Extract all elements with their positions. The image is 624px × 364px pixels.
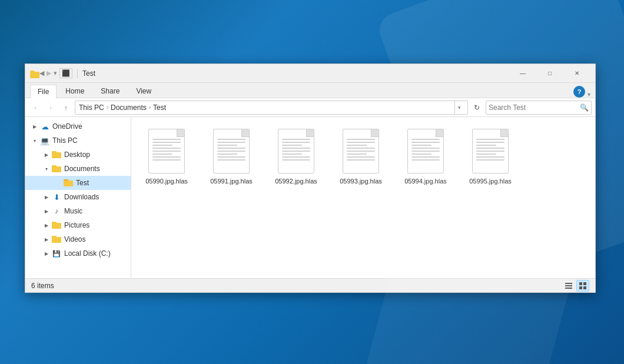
- sidebar-label-desktop: Desktop: [64, 151, 90, 159]
- doc-lines: [152, 139, 181, 161]
- tab-home[interactable]: Home: [58, 84, 92, 98]
- file-grid: 05990.jpg.hlas 05991.jpg.hlas 05992.jpg.…: [131, 117, 595, 278]
- doc-lines: [347, 139, 375, 161]
- file-icon-wrapper: [211, 128, 252, 175]
- tab-file[interactable]: File: [30, 85, 57, 98]
- expand-arrow-music: ▶: [42, 206, 51, 216]
- tab-share[interactable]: Share: [93, 84, 127, 98]
- doc-icon: [148, 129, 185, 173]
- doc-icon: [472, 129, 509, 173]
- ribbon-collapse-button[interactable]: ▾: [588, 91, 590, 98]
- main-area: ▶ ☁ OneDrive ▾ 💻 This PC ▶ Desktop: [25, 117, 595, 278]
- sidebar-label-onedrive: OneDrive: [52, 122, 82, 131]
- file-icon-wrapper: [146, 128, 187, 175]
- sidebar-item-downloads[interactable]: ▶ ⬇ Downloads: [25, 190, 131, 204]
- item-count: 6 items: [31, 282, 54, 290]
- sidebar-label-thispc: This PC: [52, 136, 78, 145]
- sidebar-item-documents[interactable]: ▾ Documents: [25, 162, 131, 176]
- onedrive-icon: ☁: [39, 121, 50, 132]
- qa-back-icon[interactable]: ◀: [39, 69, 44, 77]
- expand-arrow-pictures: ▶: [42, 221, 51, 230]
- addressbar: ‹ › ↑ This PC › Documents › Test ▾ ↻ 🔍: [25, 98, 595, 117]
- svg-rect-1: [565, 285, 572, 286]
- sidebar-item-test[interactable]: ▶ Test: [25, 176, 131, 190]
- file-item[interactable]: 05994.jpg.hlas: [396, 123, 455, 190]
- explorer-window: ◀ ▶ ▾ ⬛ Test — □ ✕ File Home Share View …: [25, 64, 596, 293]
- file-name: 05990.jpg.hlas: [145, 177, 188, 185]
- doc-icon: [407, 129, 444, 173]
- tab-view[interactable]: View: [128, 84, 159, 98]
- search-box[interactable]: 🔍: [486, 101, 592, 115]
- ribbon-tabs: File Home Share View ? ▾: [25, 83, 595, 98]
- view-details-button[interactable]: [562, 280, 575, 292]
- file-name: 05993.jpg.hlas: [340, 177, 382, 185]
- content-area: 05990.jpg.hlas 05991.jpg.hlas 05992.jpg.…: [131, 117, 595, 278]
- maximize-button[interactable]: □: [536, 64, 563, 83]
- qa-separator: [77, 69, 78, 78]
- videos-icon: [51, 234, 62, 245]
- sidebar-label-music: Music: [64, 207, 82, 215]
- doc-lines: [217, 139, 245, 161]
- qa-props-icon[interactable]: ⬛: [59, 68, 72, 78]
- path-documents: Documents: [111, 103, 147, 112]
- expand-arrow-downloads: ▶: [42, 192, 51, 202]
- sidebar-scroll[interactable]: ▶ ☁ OneDrive ▾ 💻 This PC ▶ Desktop: [25, 117, 131, 278]
- svg-rect-0: [565, 283, 572, 284]
- sidebar-item-music[interactable]: ▶ ♪ Music: [25, 204, 131, 218]
- statusbar: 6 items: [25, 278, 595, 292]
- svg-rect-4: [583, 282, 586, 285]
- refresh-button[interactable]: ↻: [470, 101, 483, 114]
- nav-up-button[interactable]: ↑: [59, 101, 72, 114]
- downloads-icon: ⬇: [51, 192, 62, 202]
- sidebar-item-desktop[interactable]: ▶ Desktop: [25, 148, 131, 162]
- doc-icon: [278, 129, 314, 173]
- file-name: 05992.jpg.hlas: [275, 177, 317, 185]
- sidebar-item-localdisk[interactable]: ▶ 💾 Local Disk (C:): [25, 246, 131, 261]
- expand-arrow-thispc: ▾: [30, 136, 39, 145]
- qa-forward-icon: ▶: [47, 69, 51, 77]
- file-item[interactable]: 05992.jpg.hlas: [267, 123, 326, 190]
- expand-arrow-videos: ▶: [42, 235, 51, 244]
- path-test: Test: [153, 103, 166, 112]
- help-button[interactable]: ?: [573, 86, 585, 98]
- nav-forward-button[interactable]: ›: [44, 101, 57, 114]
- doc-icon: [343, 129, 379, 173]
- file-icon-wrapper: [276, 128, 317, 175]
- pictures-icon: [51, 220, 62, 231]
- thispc-icon: 💻: [39, 135, 50, 146]
- search-icon[interactable]: 🔍: [580, 103, 589, 112]
- view-details-icon: [565, 282, 573, 290]
- sidebar-item-videos[interactable]: ▶ Videos: [25, 232, 131, 246]
- svg-rect-6: [583, 286, 586, 289]
- svg-rect-3: [579, 282, 582, 285]
- qa-down-icon[interactable]: ▾: [54, 69, 57, 77]
- file-item[interactable]: 05993.jpg.hlas: [331, 123, 390, 190]
- file-item[interactable]: 05991.jpg.hlas: [202, 123, 261, 190]
- file-item[interactable]: 05990.jpg.hlas: [137, 123, 196, 190]
- svg-rect-5: [579, 286, 582, 289]
- search-input[interactable]: [489, 103, 580, 112]
- doc-lines: [476, 139, 504, 161]
- address-path[interactable]: This PC › Documents › Test ▾: [75, 101, 468, 115]
- sidebar-label-localdisk: Local Disk (C:): [64, 249, 111, 258]
- file-item[interactable]: 05995.jpg.hlas: [461, 123, 520, 190]
- localdisk-icon: 💾: [51, 248, 62, 259]
- nav-back-button[interactable]: ‹: [29, 101, 42, 114]
- window-controls: — □ ✕: [509, 64, 590, 83]
- sidebar-item-onedrive[interactable]: ▶ ☁ OneDrive: [25, 119, 131, 133]
- minimize-button[interactable]: —: [509, 64, 536, 83]
- path-thispc: This PC: [79, 103, 104, 112]
- view-tiles-icon: [579, 282, 587, 290]
- view-tiles-button[interactable]: [576, 280, 589, 292]
- test-folder-icon: [63, 178, 74, 188]
- sidebar-label-pictures: Pictures: [64, 221, 89, 229]
- sidebar-label-downloads: Downloads: [64, 193, 99, 201]
- file-icon-wrapper: [405, 128, 446, 175]
- file-name: 05994.jpg.hlas: [404, 177, 447, 185]
- sidebar-item-pictures[interactable]: ▶ Pictures: [25, 218, 131, 232]
- sidebar-item-thispc[interactable]: ▾ 💻 This PC: [25, 133, 131, 148]
- path-dropdown[interactable]: ▾: [454, 101, 464, 115]
- close-button[interactable]: ✕: [563, 64, 590, 83]
- file-icon-wrapper: [470, 128, 511, 175]
- titlebar: ◀ ▶ ▾ ⬛ Test — □ ✕: [25, 64, 595, 83]
